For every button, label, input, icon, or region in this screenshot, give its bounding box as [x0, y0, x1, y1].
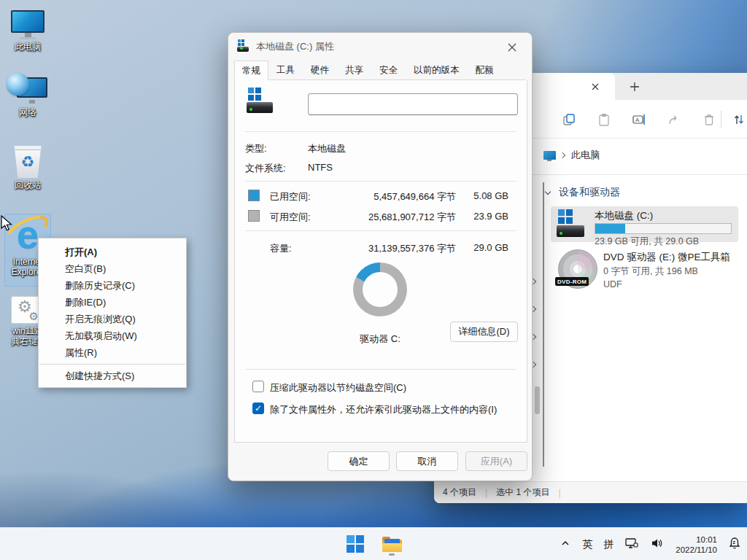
- free-space-bytes: 25,681,907,712 字节: [368, 211, 456, 224]
- menu-item-inprivate[interactable]: 开启无痕浏览(Q): [39, 311, 186, 327]
- capacity-bar: [595, 223, 732, 234]
- paste-icon[interactable]: [597, 112, 611, 127]
- divider: [245, 131, 516, 132]
- dvd-disc-icon: DVD-ROM: [558, 249, 599, 290]
- ie-context-menu: 打开(A) 空白页(B) 删除历史记录(C) 删除IE(D) 开启无痕浏览(Q)…: [38, 238, 187, 388]
- type-value: 本地磁盘: [308, 142, 346, 155]
- type-label: 类型:: [245, 142, 267, 155]
- drive-c-row[interactable]: 本地磁盘 (C:) 23.9 GB 可用, 共 29.0 GB: [551, 206, 738, 242]
- filesystem-value: NTFS: [308, 162, 333, 173]
- details-button[interactable]: 详细信息(D): [450, 322, 518, 342]
- windows-logo-icon: [347, 535, 364, 553]
- scrollbar-thumb[interactable]: [535, 386, 540, 414]
- notification-bell-icon[interactable]: z: [728, 537, 741, 552]
- ime-pinyin-indicator[interactable]: 拼: [603, 538, 614, 551]
- check-icon: [253, 403, 263, 413]
- delete-icon[interactable]: [702, 112, 716, 127]
- rename-icon[interactable]: A: [632, 112, 646, 127]
- desktop-icon-recycle-bin[interactable]: 回收站: [4, 146, 51, 190]
- dvd-rom-badge: DVD-ROM: [555, 277, 589, 286]
- tab-close-icon[interactable]: [589, 80, 602, 93]
- share-icon[interactable]: [667, 112, 681, 127]
- compress-checkbox[interactable]: [252, 381, 264, 392]
- disk-usage-donut-chart: [353, 262, 407, 316]
- drive-caption: 驱动器 C:: [333, 332, 427, 346]
- used-space-gb: 5.08 GB: [473, 190, 508, 201]
- tray-chevron-up-icon[interactable]: [560, 537, 571, 551]
- free-space-label: 可用空间:: [270, 211, 311, 224]
- capacity-label: 容量:: [270, 242, 292, 255]
- drive-info: 0 字节 可用, 共 196 MB: [603, 265, 698, 278]
- desktop-icon-network[interactable]: 网络: [4, 73, 51, 117]
- capacity-bar-fill: [595, 224, 625, 233]
- this-pc-icon: [4, 10, 51, 39]
- breadcrumb-chevron-icon: [560, 152, 565, 158]
- copy-icon[interactable]: [562, 112, 576, 127]
- file-explorer-taskbar-button[interactable]: [381, 532, 403, 556]
- volume-label-input[interactable]: [308, 93, 518, 115]
- breadcrumb[interactable]: 此电脑: [571, 149, 600, 162]
- menu-item-delete-history[interactable]: 删除历史记录(C): [39, 277, 186, 294]
- status-divider: |: [485, 488, 487, 498]
- tab-hardware[interactable]: 硬件: [303, 61, 337, 79]
- index-checkbox[interactable]: [252, 402, 264, 414]
- explorer-status-bar: 4 个项目 | 选中 1 个项目 |: [434, 481, 747, 503]
- ime-language-indicator[interactable]: 英: [582, 538, 592, 551]
- drive-info: 23.9 GB 可用, 共 29.0 GB: [595, 236, 699, 248]
- start-button[interactable]: [344, 532, 366, 556]
- sort-icon[interactable]: [732, 112, 746, 127]
- drive-name: 本地磁盘 (C:): [595, 209, 653, 222]
- menu-item-blank-page[interactable]: 空白页(B): [39, 260, 186, 277]
- tab-general[interactable]: 常规: [234, 61, 268, 80]
- menu-item-create-shortcut[interactable]: 创建快捷方式(S): [39, 368, 186, 384]
- dialog-title-bar[interactable]: 本地磁盘 (C:) 属性: [228, 33, 532, 59]
- scrollbar-track[interactable]: [543, 182, 544, 467]
- taskbar: 英 拼 10:01 2022/11/10 z: [0, 527, 747, 560]
- apply-button[interactable]: 应用(A): [465, 451, 527, 471]
- divider: [245, 369, 516, 370]
- tab-tools[interactable]: 工具: [268, 61, 303, 79]
- volume-tray-icon[interactable]: [650, 537, 665, 552]
- status-item-count: 4 个项目: [443, 486, 476, 499]
- svg-text:z: z: [733, 540, 736, 545]
- used-space-swatch: [248, 190, 260, 201]
- close-icon[interactable]: [500, 39, 525, 56]
- status-divider: |: [558, 488, 560, 498]
- dvd-drive-row[interactable]: DVD-ROM DVD 驱动器 (E:) 微PE工具箱 0 字节 可用, 共 1…: [551, 248, 738, 293]
- section-header-devices[interactable]: 设备和驱动器: [546, 186, 620, 199]
- network-tray-icon[interactable]: [624, 537, 639, 552]
- ok-button[interactable]: 确定: [328, 451, 390, 471]
- divider: [245, 230, 516, 231]
- free-space-swatch: [248, 210, 260, 222]
- this-pc-small-icon: [543, 151, 556, 160]
- collapse-chevron-icon: [545, 189, 551, 195]
- clock-time: 10:01: [676, 534, 717, 545]
- hdd-small-icon: [237, 39, 250, 52]
- menu-item-delete-ie[interactable]: 删除IE(D): [39, 294, 186, 311]
- divider: [245, 181, 516, 182]
- toolbar-divider: [721, 111, 721, 128]
- capacity-gb: 29.0 GB: [473, 242, 508, 253]
- drive-filesystem: UDF: [603, 279, 622, 289]
- capacity-bytes: 31,139,557,376 字节: [368, 242, 456, 255]
- tab-quota[interactable]: 配额: [468, 61, 502, 79]
- cancel-button[interactable]: 取消: [396, 451, 458, 471]
- index-checkbox-label: 除了文件属性外，还允许索引此驱动器上文件的内容(I): [270, 403, 497, 416]
- menu-separator: [39, 364, 185, 365]
- running-indicator: [389, 553, 395, 556]
- dialog-title: 本地磁盘 (C:) 属性: [256, 40, 334, 53]
- desktop-icon-label: 此电脑: [4, 42, 51, 52]
- tab-sharing[interactable]: 共享: [337, 61, 371, 79]
- menu-item-properties[interactable]: 属性(R): [39, 344, 186, 361]
- new-tab-icon[interactable]: [627, 79, 642, 94]
- tab-previous-versions[interactable]: 以前的版本: [406, 61, 468, 79]
- network-icon: [7, 73, 49, 105]
- clock-date: 2022/11/10: [676, 545, 717, 555]
- menu-item-no-addons[interactable]: 无加载项启动(W): [39, 327, 186, 344]
- desktop-icon-label: 回收站: [4, 180, 51, 190]
- used-space-bytes: 5,457,649,664 字节: [374, 190, 456, 203]
- tab-security[interactable]: 安全: [371, 61, 406, 79]
- menu-item-open[interactable]: 打开(A): [39, 244, 186, 260]
- desktop-icon-this-pc[interactable]: 此电脑: [4, 10, 51, 52]
- taskbar-clock[interactable]: 10:01 2022/11/10: [676, 534, 717, 555]
